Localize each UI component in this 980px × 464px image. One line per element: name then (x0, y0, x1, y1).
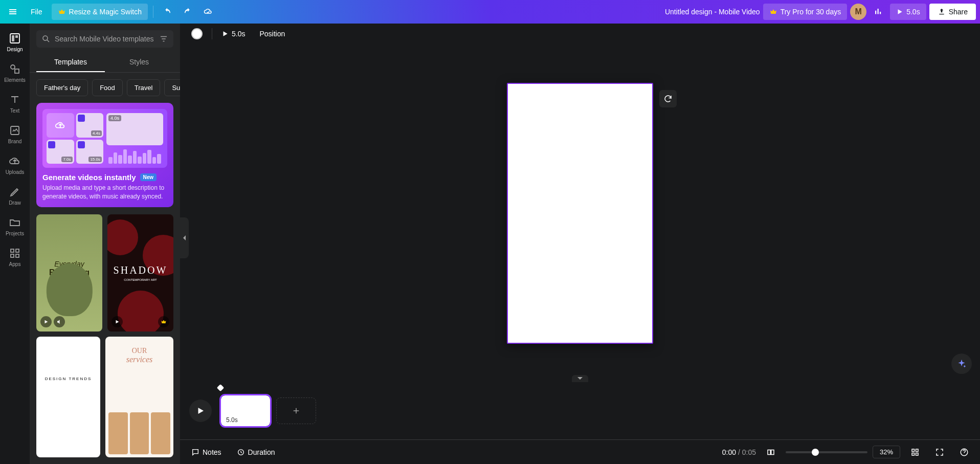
zoom-percent-display[interactable]: 32% (873, 446, 900, 458)
svg-rect-15 (916, 449, 919, 452)
regenerate-button[interactable] (659, 90, 677, 107)
rail-apps[interactable]: Apps (1, 242, 29, 271)
rail-brand[interactable]: Brand (1, 120, 29, 148)
page-color-button[interactable] (186, 25, 208, 42)
brand-icon (9, 124, 21, 137)
svg-rect-13 (771, 450, 774, 454)
file-menu-button[interactable]: File (25, 4, 49, 20)
redo-button[interactable] (179, 3, 196, 20)
play-icon (40, 316, 52, 327)
rail-label: Text (10, 108, 19, 114)
cloud-sync-button[interactable] (199, 3, 217, 20)
template-search-input[interactable] (55, 35, 155, 43)
zoom-slider[interactable] (786, 451, 867, 453)
svg-point-10 (43, 36, 48, 40)
help-icon (960, 448, 969, 457)
rail-label: Elements (4, 77, 26, 83)
grid-view-button[interactable] (905, 445, 925, 460)
share-icon (938, 8, 946, 16)
new-badge: New (140, 173, 157, 181)
magic-video-card[interactable]: 4.4s 7.0s 15.0s 4.0s Generate videos ins… (36, 103, 173, 207)
canvas-preview-duration: 5.0s (232, 30, 245, 38)
play-icon (221, 30, 229, 37)
rail-uploads[interactable]: Uploads (1, 150, 29, 179)
chip-summer[interactable]: Summ (164, 79, 180, 96)
timeline-page-1[interactable]: 5.0s (221, 395, 270, 426)
rail-elements[interactable]: Elements (1, 58, 29, 87)
rail-projects[interactable]: Projects (1, 212, 29, 240)
timeline-play-button[interactable] (189, 400, 212, 422)
add-page-button[interactable] (276, 397, 316, 424)
pages-view-button[interactable] (761, 445, 781, 460)
tab-styles[interactable]: Styles (105, 53, 173, 72)
magic-thumb: 7.0s (47, 140, 74, 164)
canvas-area[interactable] (180, 44, 980, 382)
templates-icon (9, 32, 21, 45)
magic-card-desc: Upload media and type a short descriptio… (42, 184, 167, 201)
top-toolbar: File Resize & Magic Switch Try Pro for 3… (0, 0, 980, 24)
template-row: DESIGN TRENDS OUR services (36, 337, 173, 457)
refresh-icon (663, 94, 673, 103)
svg-point-3 (11, 65, 15, 69)
insights-button[interactable] (870, 3, 887, 20)
preview-duration: 5.0s (906, 8, 920, 16)
template-card-design-trends[interactable]: DESIGN TRENDS (36, 337, 100, 457)
zoom-slider-thumb[interactable] (812, 449, 819, 456)
preview-play-button[interactable]: 5.0s (890, 4, 926, 20)
template-card-shadow[interactable]: SHADOW CONTEMPORARY ART (107, 214, 173, 332)
svg-rect-8 (11, 254, 14, 257)
chevron-left-icon (182, 234, 187, 241)
rail-draw[interactable]: Draw (1, 181, 29, 210)
chip-food[interactable]: Food (92, 79, 123, 96)
svg-rect-2 (15, 35, 18, 38)
chip-fathers-day[interactable]: Father's day (36, 79, 88, 96)
rail-text[interactable]: Text (1, 89, 29, 118)
grid-icon (910, 448, 920, 457)
resize-magic-switch-button[interactable]: Resize & Magic Switch (52, 4, 148, 20)
magic-thumb-large: 4.0s (106, 113, 163, 145)
duration-button[interactable]: Duration (232, 445, 280, 459)
chip-travel[interactable]: Travel (127, 79, 161, 96)
share-button[interactable]: Share (929, 4, 976, 20)
user-avatar[interactable]: M (850, 4, 866, 20)
canvas-preview-play[interactable]: 5.0s (216, 27, 250, 41)
canva-assistant-button[interactable] (951, 353, 972, 374)
tab-templates[interactable]: Templates (36, 53, 105, 72)
home-menu-button[interactable] (4, 3, 21, 20)
try-pro-label: Try Pro for 30 days (781, 8, 841, 16)
collapse-panel-handle[interactable] (180, 217, 189, 258)
notes-button[interactable]: Notes (186, 445, 227, 459)
rail-label: Draw (9, 200, 20, 206)
help-button[interactable] (954, 445, 974, 460)
panel-tabs: Templates Styles (30, 53, 180, 73)
cloud-check-icon (204, 7, 213, 17)
collapse-timeline-handle[interactable] (572, 375, 588, 382)
playback-time: 0:00 / 0:05 (722, 448, 756, 456)
filter-icon[interactable] (159, 34, 168, 43)
template-card-our-services[interactable]: OUR services (105, 337, 173, 457)
magic-preview: 4.4s 7.0s 15.0s 4.0s (42, 109, 167, 168)
position-button[interactable]: Position (254, 27, 290, 41)
svg-rect-14 (912, 449, 915, 452)
upload-slot (47, 113, 74, 138)
rail-label: Projects (6, 231, 24, 236)
svg-rect-17 (916, 453, 919, 455)
playhead[interactable] (217, 384, 224, 391)
rail-design[interactable]: Design (1, 28, 29, 56)
fullscreen-button[interactable] (930, 445, 949, 460)
svg-rect-1 (12, 35, 14, 41)
undo-icon (163, 7, 172, 16)
topbar-right: Try Pro for 30 days M 5.0s Share (637, 3, 976, 20)
design-canvas[interactable] (507, 83, 653, 344)
search-icon (41, 34, 51, 43)
design-title-input[interactable] (637, 8, 760, 16)
template-card-budgeting[interactable]: Everyday Budgeting Ideas (36, 214, 102, 332)
clock-icon (237, 448, 245, 456)
svg-rect-9 (16, 254, 19, 257)
try-pro-button[interactable]: Try Pro for 30 days (763, 4, 848, 20)
canvas-toolbar: 5.0s Position (180, 24, 980, 44)
templates-scroll[interactable]: 4.4s 7.0s 15.0s 4.0s Generate videos ins… (30, 103, 180, 464)
undo-button[interactable] (159, 3, 176, 20)
cloud-upload-icon (9, 155, 21, 167)
position-label: Position (259, 30, 285, 38)
